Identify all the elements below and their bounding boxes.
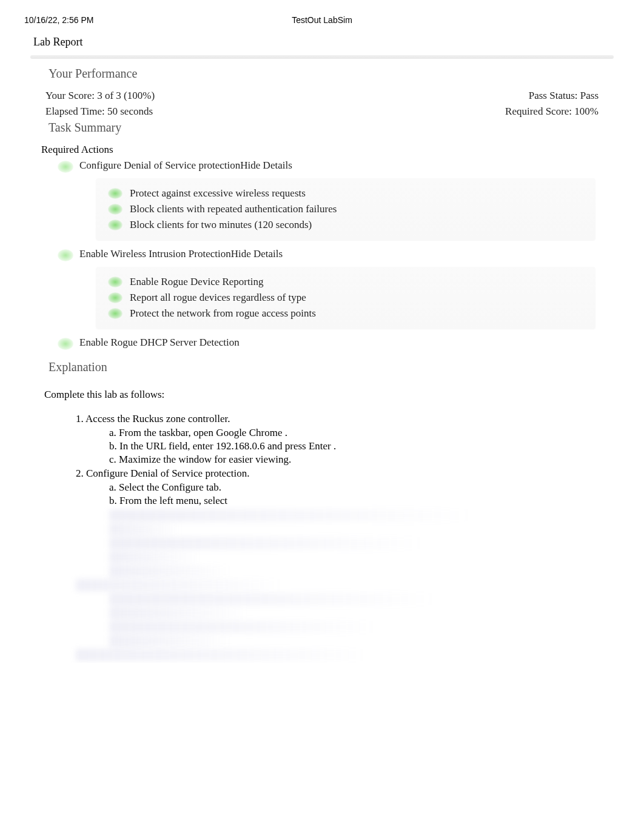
checkmark-icon [108, 292, 122, 303]
action-label: Enable Rogue DHCP Server Detection [79, 337, 240, 349]
detail-text: Protect against excessive wireless reque… [130, 187, 306, 200]
detail-text: Enable Rogue Device Reporting [130, 276, 263, 288]
details-box: Enable Rogue Device Reporting Report all… [96, 267, 595, 329]
detail-text: Block clients for two minutes (120 secon… [130, 219, 312, 231]
explanation-intro: Complete this lab as follows: [24, 381, 620, 412]
substep-item: a. From the taskbar, open Google Chrome … [76, 426, 620, 440]
pass-status: Pass Status: Pass [529, 90, 599, 102]
blurred-content [76, 579, 620, 591]
detail-item: Block clients with repeated authenticati… [108, 201, 583, 217]
performance-heading: Your Performance [24, 64, 620, 88]
your-score: Your Score: 3 of 3 (100%) [45, 90, 155, 102]
details-box: Protect against excessive wireless reque… [96, 178, 595, 240]
score-row-1: Your Score: 3 of 3 (100%) Pass Status: P… [24, 88, 620, 104]
detail-item: Protect against excessive wireless reque… [108, 186, 583, 201]
explanation-heading: Explanation [24, 357, 620, 381]
task-summary-heading: Task Summary [24, 119, 620, 142]
required-score: Required Score: 100% [505, 106, 599, 118]
required-actions-label: Required Actions [24, 142, 620, 158]
page-header: 10/16/22, 2:56 PM TestOut LabSim [24, 0, 620, 31]
hide-details-link[interactable]: Hide Details [231, 248, 283, 260]
blurred-content [76, 593, 620, 647]
divider [30, 55, 614, 59]
action-item: Configure Denial of Service protectionHi… [24, 158, 620, 175]
checkmark-icon [58, 161, 73, 173]
substep-item: b. In the URL field, enter 192.168.0.6 a… [76, 440, 620, 453]
action-item: Enable Wireless Intrusion ProtectionHide… [24, 246, 620, 263]
action-label: Enable Wireless Intrusion Protection [79, 248, 231, 260]
detail-text: Protect the network from rogue access po… [130, 307, 316, 320]
report-title: Lab Report [24, 31, 620, 53]
detail-item: Enable Rogue Device Reporting [108, 274, 583, 290]
step-item: 2. Configure Denial of Service protectio… [76, 466, 620, 481]
checkmark-icon [58, 249, 73, 261]
substep-item: a. Select the Configure tab. [76, 481, 620, 494]
detail-text: Report all rogue devices regardless of t… [130, 292, 306, 304]
action-label: Configure Denial of Service protection [79, 159, 240, 171]
detail-text: Block clients with repeated authenticati… [130, 203, 337, 215]
checkmark-icon [108, 204, 122, 215]
checkmark-icon [108, 220, 122, 230]
checkmark-icon [108, 308, 122, 319]
steps-list: 1. Access the Ruckus zone controller. a.… [24, 412, 620, 661]
detail-item: Block clients for two minutes (120 secon… [108, 217, 583, 233]
detail-item: Protect the network from rogue access po… [108, 306, 583, 321]
blurred-content [76, 509, 620, 577]
hide-details-link[interactable]: Hide Details [240, 159, 292, 171]
blurred-content [76, 649, 620, 661]
step-item: 1. Access the Ruckus zone controller. [76, 412, 620, 426]
score-row-2: Elapsed Time: 50 seconds Required Score:… [24, 104, 620, 119]
timestamp: 10/16/22, 2:56 PM [24, 15, 93, 25]
checkmark-icon [58, 338, 73, 350]
substep-item: c. Maximize the window for easier viewin… [76, 453, 620, 466]
checkmark-icon [108, 188, 122, 199]
substep-item: b. From the left menu, select [76, 494, 620, 508]
detail-item: Report all rogue devices regardless of t… [108, 290, 583, 306]
action-item: Enable Rogue DHCP Server Detection [24, 335, 620, 357]
checkmark-icon [108, 277, 122, 287]
app-title: TestOut LabSim [292, 15, 352, 25]
elapsed-time: Elapsed Time: 50 seconds [45, 106, 153, 118]
